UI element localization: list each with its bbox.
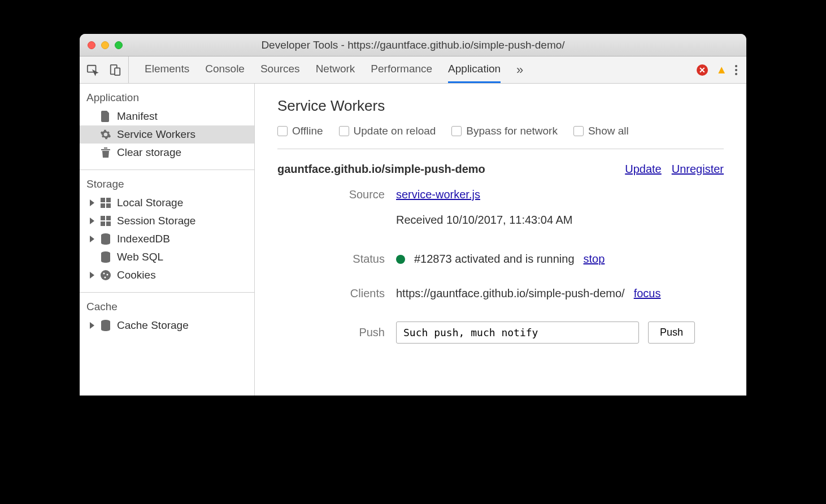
- sidebar-heading-application: Application: [80, 89, 254, 107]
- sidebar-heading-cache: Cache: [80, 298, 254, 316]
- sidebar-item-clear-storage[interactable]: Clear storage: [80, 144, 254, 162]
- error-badge-icon[interactable]: ✕: [697, 64, 708, 76]
- label-clients: Clients: [277, 287, 396, 300]
- check-bypass-network[interactable]: Bypass for network: [451, 125, 558, 137]
- svg-rect-6: [106, 203, 111, 208]
- tab-performance[interactable]: Performance: [371, 57, 432, 83]
- window-minimize-button[interactable]: [101, 41, 109, 49]
- svg-point-13: [101, 270, 111, 280]
- check-label: Offline: [292, 125, 323, 137]
- tab-console[interactable]: Console: [205, 57, 245, 83]
- check-offline[interactable]: Offline: [277, 125, 323, 137]
- sw-origin-name: gauntface.github.io/simple-push-demo: [277, 163, 485, 176]
- sidebar-item-label: Cookies: [117, 269, 156, 281]
- checkbox-icon: [339, 126, 349, 136]
- tab-application[interactable]: Application: [448, 57, 501, 83]
- push-button[interactable]: Push: [648, 321, 695, 344]
- sw-status-text: #12873 activated and is running: [414, 253, 575, 266]
- svg-rect-8: [106, 216, 111, 220]
- grid-icon: [100, 215, 111, 227]
- sidebar-item-manifest[interactable]: Manifest: [80, 107, 254, 125]
- window-close-button[interactable]: [88, 41, 95, 49]
- checkbox-icon: [573, 126, 584, 136]
- devtools-toolbar: Elements Console Sources Network Perform…: [80, 57, 746, 84]
- svg-rect-3: [101, 198, 105, 202]
- window-title: Developer Tools - https://gauntface.gith…: [261, 39, 564, 51]
- cookie-icon: [100, 270, 111, 281]
- database-icon: [100, 251, 111, 263]
- expand-triangle-icon: [90, 322, 94, 329]
- push-payload-input[interactable]: [396, 321, 639, 344]
- svg-point-14: [103, 273, 105, 275]
- svg-rect-10: [106, 221, 111, 226]
- sw-origin-row: gauntface.github.io/simple-push-demo Upd…: [277, 163, 724, 176]
- inspect-element-icon[interactable]: [86, 64, 99, 76]
- tab-elements[interactable]: Elements: [145, 57, 189, 83]
- grid-icon: [100, 197, 111, 208]
- device-toolbar-icon[interactable]: [109, 64, 121, 76]
- sidebar-item-service-workers[interactable]: Service Workers: [80, 125, 254, 144]
- sidebar-item-websql[interactable]: Web SQL: [80, 248, 254, 266]
- sidebar-item-local-storage[interactable]: Local Storage: [80, 194, 254, 212]
- svg-point-16: [105, 277, 106, 279]
- sidebar-item-label: Clear storage: [117, 146, 181, 159]
- checkbox-icon: [277, 126, 288, 136]
- sw-options-row: Offline Update on reload Bypass for netw…: [277, 125, 724, 149]
- tabs-overflow-button[interactable]: »: [516, 57, 523, 83]
- sw-stop-link[interactable]: stop: [584, 253, 605, 266]
- sidebar-item-label: Cache Storage: [117, 319, 189, 332]
- svg-rect-5: [101, 203, 105, 208]
- sw-update-link[interactable]: Update: [625, 163, 662, 176]
- file-icon: [100, 111, 111, 122]
- sidebar-item-session-storage[interactable]: Session Storage: [80, 212, 254, 230]
- panel-title: Service Workers: [277, 97, 724, 115]
- titlebar: Developer Tools - https://gauntface.gith…: [80, 34, 746, 57]
- check-update-on-reload[interactable]: Update on reload: [339, 125, 436, 137]
- sidebar-heading-storage: Storage: [80, 176, 254, 194]
- database-icon: [100, 320, 111, 331]
- svg-rect-7: [101, 216, 105, 220]
- sw-details-grid: Source service-worker.js Received 10/10/…: [277, 188, 724, 344]
- svg-rect-9: [101, 221, 105, 226]
- sw-source-link[interactable]: service-worker.js: [396, 188, 480, 201]
- expand-triangle-icon: [90, 199, 94, 206]
- check-show-all[interactable]: Show all: [573, 125, 629, 137]
- svg-point-15: [107, 274, 108, 276]
- check-label: Show all: [588, 125, 629, 137]
- label-source: Source: [277, 188, 396, 201]
- svg-rect-4: [106, 198, 111, 202]
- warning-badge-icon[interactable]: ▲: [716, 63, 727, 76]
- gear-icon: [100, 129, 111, 140]
- label-push: Push: [277, 326, 396, 339]
- sidebar-item-cache-storage[interactable]: Cache Storage: [80, 316, 254, 334]
- tab-network[interactable]: Network: [316, 57, 355, 83]
- sw-received-text: Received 10/10/2017, 11:43:04 AM: [396, 214, 572, 227]
- sidebar-item-label: Web SQL: [117, 251, 163, 263]
- check-label: Bypass for network: [466, 125, 558, 137]
- sw-focus-link[interactable]: focus: [634, 287, 661, 300]
- sidebar-item-label: Service Workers: [117, 128, 195, 141]
- tab-sources[interactable]: Sources: [260, 57, 300, 83]
- expand-triangle-icon: [90, 272, 94, 279]
- sidebar-item-label: Manifest: [117, 110, 158, 123]
- database-icon: [100, 233, 111, 245]
- devtools-window: Developer Tools - https://gauntface.gith…: [80, 34, 746, 396]
- status-dot-icon: [396, 255, 405, 264]
- sidebar-item-label: Local Storage: [117, 197, 183, 209]
- window-zoom-button[interactable]: [115, 41, 123, 49]
- expand-triangle-icon: [90, 218, 94, 224]
- sw-unregister-link[interactable]: Unregister: [672, 163, 724, 176]
- traffic-lights: [88, 41, 123, 49]
- sidebar-item-cookies[interactable]: Cookies: [80, 266, 254, 284]
- sidebar-item-label: Session Storage: [117, 215, 195, 227]
- panel-tabs: Elements Console Sources Network Perform…: [129, 57, 539, 83]
- label-status: Status: [277, 253, 396, 266]
- sidebar-item-label: IndexedDB: [117, 233, 170, 245]
- service-workers-panel: Service Workers Offline Update on reload…: [255, 84, 746, 396]
- settings-menu-button[interactable]: [735, 65, 737, 75]
- application-sidebar: Application Manifest Service Workers: [80, 84, 255, 396]
- checkbox-icon: [451, 126, 462, 136]
- sidebar-item-indexeddb[interactable]: IndexedDB: [80, 230, 254, 248]
- expand-triangle-icon: [90, 236, 94, 242]
- svg-rect-2: [115, 68, 120, 75]
